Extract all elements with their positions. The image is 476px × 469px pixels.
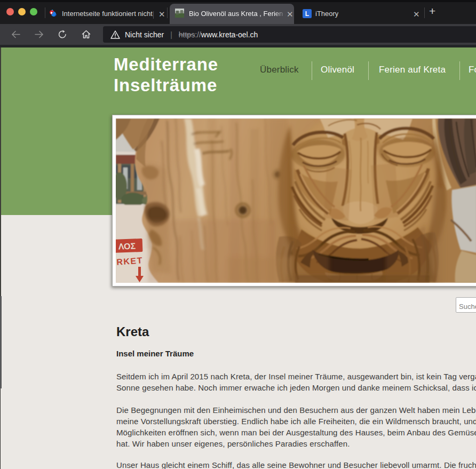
svg-text:L: L [305,10,309,18]
